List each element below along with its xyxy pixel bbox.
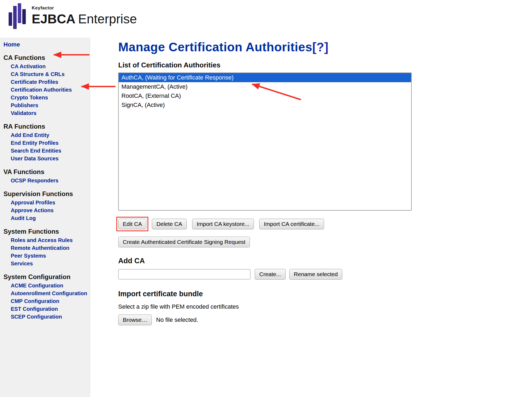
sidebar-item-add-end-entity[interactable]: Add End Entity xyxy=(11,131,88,139)
sidebar-item-certification-authorities[interactable]: Certification Authorities xyxy=(11,86,88,94)
add-ca-input[interactable] xyxy=(118,269,250,279)
sidebar-item-roles-and-access-rules[interactable]: Roles and Access Rules xyxy=(11,236,88,244)
keyfactor-wordmark: Keyfactor xyxy=(32,5,137,11)
browse-row: Browse… No file selected. xyxy=(118,315,430,325)
ca-list-heading: List of Certification Authorities xyxy=(118,61,430,69)
sidebar-item-est-configuration[interactable]: EST Configuration xyxy=(11,305,88,313)
help-link[interactable]: [?] xyxy=(312,40,328,54)
sidebar-item-remote-authentication[interactable]: Remote Authentication xyxy=(11,244,88,252)
sidebar-section-ca-functions: CA Functions xyxy=(3,54,90,62)
rename-selected-button[interactable]: Rename selected xyxy=(289,269,342,280)
sidebar-item-autoenrollment-configuration[interactable]: Autoenrollment Configuration xyxy=(11,290,88,297)
sidebar-item-cmp-configuration[interactable]: CMP Configuration xyxy=(11,297,88,305)
page-title-text: Manage Certification Authorities xyxy=(118,40,312,54)
ca-listbox[interactable]: AuthCA, (Waiting for Certificate Respons… xyxy=(118,73,412,211)
create-ca-button[interactable]: Create... xyxy=(255,269,286,280)
sidebar-item-services[interactable]: Services xyxy=(11,260,88,268)
csr-row: Create Authenticated Certificate Signing… xyxy=(118,237,430,247)
sidebar-section-system-configuration: System Configuration xyxy=(3,273,90,281)
add-ca-row: Create... Rename selected xyxy=(118,269,430,280)
sidebar-item-audit-log[interactable]: Audit Log xyxy=(11,214,88,222)
header: Keyfactor EJBCAEnterprise xyxy=(0,0,532,38)
ca-list-item-rootca[interactable]: RootCA, (External CA) xyxy=(119,91,411,100)
page: { "brand": { "keyfactor": "Keyfactor", "… xyxy=(0,0,532,397)
sidebar-item-approval-profiles[interactable]: Approval Profiles xyxy=(11,199,88,207)
ca-action-buttons: Edit CA Delete CA Import CA keystore... … xyxy=(118,219,430,229)
brand: Keyfactor EJBCAEnterprise xyxy=(8,3,137,30)
import-ca-certificate-button[interactable]: Import CA certificate... xyxy=(259,219,324,229)
import-bundle-heading: Import certificate bundle xyxy=(118,289,430,298)
sidebar-section-ra-functions: RA Functions xyxy=(3,122,90,131)
sidebar-item-approve-actions[interactable]: Approve Actions xyxy=(11,207,88,214)
sidebar-item-acme-configuration[interactable]: ACME Configuration xyxy=(11,282,88,290)
sidebar-item-home[interactable]: Home xyxy=(3,41,90,48)
import-bundle-instruction: Select a zip file with PEM encoded certi… xyxy=(118,303,430,311)
delete-ca-button[interactable]: Delete CA xyxy=(152,219,187,229)
ca-list-item-authca[interactable]: AuthCA, (Waiting for Certificate Respons… xyxy=(119,73,411,82)
add-ca-heading: Add CA xyxy=(118,256,430,265)
sidebar-item-validators[interactable]: Validators xyxy=(11,109,88,117)
edit-ca-button-wrapper: Edit CA xyxy=(118,219,146,229)
sidebar-item-ca-activation[interactable]: CA Activation xyxy=(11,63,88,70)
sidebar-section-va-functions: VA Functions xyxy=(3,168,90,176)
sidebar-item-end-entity-profiles[interactable]: End Entity Profiles xyxy=(11,139,88,147)
sidebar-section-supervision-functions: Supervision Functions xyxy=(3,190,90,198)
brand-text: Keyfactor EJBCAEnterprise xyxy=(32,3,137,26)
main-content: Manage Certification Authorities[?] List… xyxy=(118,40,430,325)
ca-list-item-signca[interactable]: SignCA, (Active) xyxy=(119,100,411,110)
import-ca-keystore-button[interactable]: Import CA keystore... xyxy=(192,219,254,229)
file-status-text: No file selected. xyxy=(156,316,198,323)
edit-ca-button[interactable]: Edit CA xyxy=(118,219,146,229)
sidebar-item-publishers[interactable]: Publishers xyxy=(11,102,88,109)
sidebar: Home CA Functions CA Activation CA Struc… xyxy=(0,38,90,397)
sidebar-item-user-data-sources[interactable]: User Data Sources xyxy=(11,155,88,163)
sidebar-item-scep-configuration[interactable]: SCEP Configuration xyxy=(11,313,88,321)
keyfactor-logo-icon xyxy=(8,3,27,30)
browse-button[interactable]: Browse… xyxy=(118,315,152,325)
product-name-edition: Enterprise xyxy=(78,12,137,26)
sidebar-item-certificate-profiles[interactable]: Certificate Profiles xyxy=(11,78,88,86)
sidebar-item-ocsp-responders[interactable]: OCSP Responders xyxy=(11,177,88,185)
product-name-ejbca: EJBCA xyxy=(32,12,76,26)
sidebar-section-system-functions: System Functions xyxy=(3,228,90,236)
sidebar-item-search-end-entities[interactable]: Search End Entities xyxy=(11,147,88,155)
sidebar-item-crypto-tokens[interactable]: Crypto Tokens xyxy=(11,94,88,102)
product-name: EJBCAEnterprise xyxy=(32,12,137,26)
sidebar-item-ca-structure-crls[interactable]: CA Structure & CRLs xyxy=(11,70,88,78)
sidebar-item-peer-systems[interactable]: Peer Systems xyxy=(11,252,88,260)
page-title: Manage Certification Authorities[?] xyxy=(118,40,430,54)
create-csr-button[interactable]: Create Authenticated Certificate Signing… xyxy=(118,237,250,247)
ca-list-item-managementca[interactable]: ManagementCA, (Active) xyxy=(119,82,411,91)
